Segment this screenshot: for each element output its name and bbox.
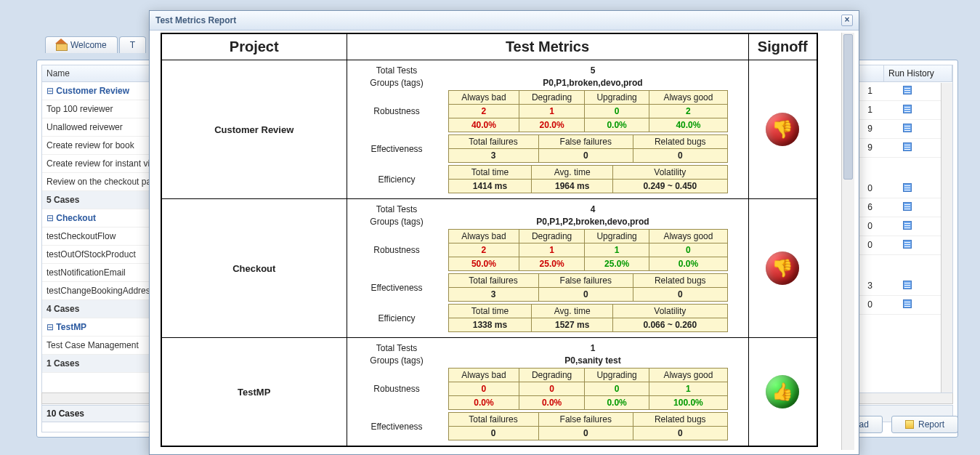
tree-item[interactable]: Create review for instant vid [42, 155, 164, 173]
report-button[interactable]: Report [891, 416, 958, 433]
tree-group[interactable]: Checkout [42, 209, 164, 227]
th-signoff: Signoff [748, 33, 817, 60]
grid-v-scrollbar[interactable] [941, 83, 952, 392]
metrics-cell: Total Tests5Groups (tags)P0,P1,broken,de… [347, 60, 748, 199]
run-history-cell[interactable] [877, 120, 938, 138]
metric-label: Total Tests [352, 204, 442, 214]
th-project: Project [161, 33, 347, 60]
report-table: Project Test Metrics Signoff Customer Re… [161, 33, 818, 447]
th-metrics: Test Metrics [347, 33, 748, 60]
bottom-buttons: ad Report [846, 416, 958, 433]
project-name: Customer Review [161, 60, 347, 199]
tree-group[interactable]: TestMP [42, 318, 164, 337]
tree-item[interactable]: Unallowed reivewer [42, 118, 164, 137]
metric-value: 1 [442, 343, 744, 353]
signoff-cell: 👍 [748, 338, 817, 447]
list-icon [903, 202, 912, 211]
dialog-body: Project Test Metrics Signoff Customer Re… [158, 33, 854, 450]
tree-group[interactable]: Customer Review [42, 82, 164, 100]
scrollbar-thumb[interactable] [843, 34, 853, 180]
metric-value: P0,P1,P2,broken,devo,prod [442, 217, 744, 227]
tree-item[interactable]: Top 100 reviewer [42, 100, 164, 118]
project-name: TestMP [161, 338, 347, 447]
metric-label: Groups (tags) [352, 355, 442, 366]
list-icon [903, 86, 912, 94]
tree-item[interactable]: Test Case Management [42, 337, 164, 355]
metric-value: P0,sanity test [442, 355, 744, 366]
list-icon [903, 221, 912, 230]
list-icon [903, 142, 912, 151]
tree-item[interactable]: testChangeBookingAddres [42, 282, 164, 300]
signoff-cell: 👎 [748, 60, 817, 199]
metric-value: 5 [442, 65, 744, 76]
tab-welcome[interactable]: Welcome [45, 36, 118, 53]
metric-label: Total Tests [352, 343, 442, 353]
metric-value: 4 [442, 204, 744, 214]
robustness-table: Always badDegradingUpgradingAlways good2… [448, 90, 728, 132]
efficiency-table: Total timeAvg. timeVolatility1338 ms1527… [448, 304, 728, 332]
tree-summary: 4 Cases [42, 300, 164, 318]
metric-label: Efficiency [352, 313, 442, 323]
list-icon [903, 240, 912, 249]
col-run-history[interactable]: Run History [884, 65, 952, 81]
home-icon [56, 41, 66, 49]
metric-label: Effectiveness [352, 283, 442, 293]
list-icon [903, 299, 912, 308]
report-dialog: Test Metrics Report × Project Test Metri… [149, 10, 859, 455]
run-history-cell[interactable] [877, 217, 938, 235]
close-icon[interactable]: × [841, 15, 853, 26]
project-name: Checkout [161, 199, 347, 338]
tree-summary: 1 Cases [42, 355, 164, 373]
metric-label: Effectiveness [352, 144, 442, 154]
metric-label: Groups (tags) [352, 217, 442, 227]
tree-item[interactable]: testCheckoutFlow [42, 227, 164, 246]
thumb-up-icon: 👍 [766, 375, 799, 408]
dialog-titlebar[interactable]: Test Metrics Report × [150, 11, 859, 31]
run-history-cell[interactable] [877, 236, 938, 254]
metric-label: Groups (tags) [352, 78, 442, 88]
tree-header: Name [42, 65, 164, 82]
run-history-cell[interactable] [877, 198, 938, 217]
metric-label: Robustness [352, 384, 442, 394]
tree-summary: 5 Cases [42, 191, 164, 209]
list-icon [903, 183, 912, 192]
tab-label: T [130, 40, 135, 50]
effectiveness-table: Total failuresFalse failuresRelated bugs… [448, 134, 728, 163]
run-history-cell[interactable] [877, 296, 938, 314]
metric-label: Robustness [352, 245, 442, 255]
signoff-cell: 👎 [748, 199, 817, 338]
effectiveness-table: Total failuresFalse failuresRelated bugs… [448, 273, 728, 302]
report-icon [905, 420, 914, 429]
tree-item[interactable]: testOutOfStockProduct [42, 246, 164, 264]
metric-label: Total Tests [352, 65, 442, 76]
run-history-cell[interactable] [877, 101, 938, 119]
dialog-title: Test Metrics Report [155, 15, 236, 25]
list-icon [903, 124, 912, 132]
metric-label: Robustness [352, 106, 442, 116]
metric-label: Efficiency [352, 174, 442, 185]
tab-other[interactable]: T [119, 36, 146, 53]
tab-label: Welcome [70, 40, 107, 50]
effectiveness-table: Total failuresFalse failuresRelated bugs… [448, 412, 728, 440]
tree-item[interactable]: testNotificationEmail [42, 264, 164, 282]
tree: Name Customer ReviewTop 100 reviewerUnal… [41, 65, 165, 432]
list-icon [903, 105, 912, 113]
metric-value: P0,P1,broken,devo,prod [442, 78, 744, 88]
tree-item[interactable]: Create review for book [42, 137, 164, 155]
metrics-cell: Total Tests4Groups (tags)P0,P1,P2,broken… [347, 199, 748, 338]
tree-item[interactable]: Review on the checkout pag [42, 173, 164, 191]
robustness-table: Always badDegradingUpgradingAlways good2… [448, 229, 728, 271]
metric-label: Effectiveness [352, 422, 442, 432]
run-history-cell[interactable] [877, 82, 938, 100]
efficiency-table: Total timeAvg. timeVolatility1414 ms1964… [448, 165, 728, 193]
thumb-down-icon: 👎 [766, 251, 799, 285]
button-label: Report [918, 419, 944, 430]
run-history-cell[interactable] [877, 139, 938, 157]
thumb-down-icon: 👎 [766, 113, 799, 146]
list-icon [903, 281, 912, 289]
metrics-cell: Total Tests1Groups (tags)P0,sanity testR… [347, 338, 748, 447]
run-history-cell[interactable] [877, 180, 938, 198]
button-label: ad [859, 419, 869, 430]
run-history-cell[interactable] [877, 277, 938, 295]
dialog-v-scrollbar[interactable] [841, 33, 854, 450]
